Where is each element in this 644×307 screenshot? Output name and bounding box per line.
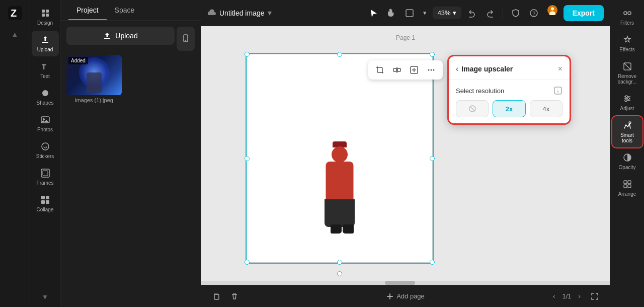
svg-rect-41: [387, 296, 393, 297]
svg-point-23: [551, 7, 554, 10]
bottom-bar: Add page ‹ 1/1 ›: [201, 285, 610, 307]
svg-rect-26: [397, 68, 400, 71]
handle-middle-left[interactable]: [245, 156, 250, 161]
info-icon[interactable]: [553, 86, 562, 95]
svg-rect-3: [46, 10, 49, 13]
sidebar-collapse-up[interactable]: ▲: [10, 28, 21, 40]
sidebar-item-shapes[interactable]: Shapes: [32, 84, 59, 110]
upload-button[interactable]: Upload: [66, 27, 175, 45]
copy-frame-button[interactable]: [209, 289, 223, 303]
expand-canvas-button[interactable]: [588, 289, 602, 303]
next-page-button[interactable]: ›: [576, 289, 584, 303]
svg-rect-11: [41, 169, 49, 177]
handle-middle-right[interactable]: [430, 156, 435, 161]
scrollbar-thumb[interactable]: [385, 281, 415, 285]
document-title: Untitled image: [219, 9, 265, 17]
sidebar-item-stickers[interactable]: Stickers: [32, 137, 59, 163]
zoom-control[interactable]: 43% ▾: [433, 7, 461, 19]
add-page-button[interactable]: Add page: [386, 292, 425, 300]
handle-rotate[interactable]: [337, 271, 342, 276]
handle-bottom-right[interactable]: [430, 260, 435, 265]
handle-top-left[interactable]: [245, 52, 250, 57]
app-logo[interactable]: Z: [6, 4, 24, 22]
app-logo-bar: Z ▲: [0, 0, 30, 307]
page-label: Page 1: [396, 34, 415, 41]
horizontal-scrollbar[interactable]: [201, 281, 610, 285]
svg-point-51: [625, 96, 627, 98]
frame-tool-button[interactable]: [402, 6, 417, 21]
sidebar-item-frames[interactable]: Frames: [32, 164, 59, 190]
sidebar-item-upload[interactable]: Upload: [32, 31, 59, 56]
sidebar-item-photos[interactable]: Photos: [32, 111, 59, 136]
bottom-bar-left: [209, 289, 242, 303]
top-bar-tools: ▾ 43% ▾ ? Export: [366, 5, 604, 21]
title-chevron-icon[interactable]: ▾: [268, 8, 272, 18]
more-options-button[interactable]: [424, 62, 439, 78]
right-panel-adjust[interactable]: Adjust: [612, 90, 642, 115]
crop-button[interactable]: [372, 62, 387, 78]
image-filename: images (1).jpeg: [66, 97, 122, 103]
hand-tool-button[interactable]: [384, 6, 399, 21]
popup-back-button[interactable]: ‹: [456, 63, 461, 74]
sidebar-collapse-down[interactable]: ▼: [40, 291, 51, 303]
resolution-none-button[interactable]: [456, 100, 489, 117]
sidebar-item-collage[interactable]: Collage: [32, 191, 59, 216]
toolbar-strip: [368, 60, 443, 80]
zoom-chevron-icon: ▾: [453, 9, 456, 17]
svg-rect-39: [214, 294, 219, 299]
popup-body: Select resolution 2x 4x: [449, 80, 570, 123]
right-panel-effects[interactable]: Effects: [612, 31, 642, 56]
frame-tool-chevron[interactable]: ▾: [420, 6, 430, 20]
svg-rect-18: [185, 40, 186, 41]
tab-space[interactable]: Space: [107, 0, 143, 20]
right-panel-opacity[interactable]: Opacity: [612, 148, 642, 174]
sidebar-item-design[interactable]: Design: [32, 4, 59, 30]
right-panel-remove-bg[interactable]: Remove backgr...: [612, 57, 642, 89]
resolution-4x-button[interactable]: 4x: [530, 100, 562, 117]
shield-icon-button[interactable]: [508, 6, 523, 21]
redo-button[interactable]: [482, 6, 498, 21]
canvas-frame[interactable]: [247, 54, 433, 263]
popup-title: Image upscaler: [461, 65, 557, 73]
sidebar-tab-bar: Project Space: [60, 0, 201, 21]
right-panel-filters[interactable]: Filters: [612, 4, 642, 30]
flip-button[interactable]: [389, 62, 405, 78]
handle-bottom-left[interactable]: [245, 260, 250, 265]
svg-line-47: [624, 63, 631, 70]
select-tool-button[interactable]: [366, 6, 381, 21]
sidebar-content: Upload Added images (1).jpeg: [60, 21, 201, 307]
user-avatar[interactable]: [544, 5, 560, 21]
added-badge: Added: [68, 57, 88, 64]
svg-rect-25: [393, 68, 396, 71]
prev-page-button[interactable]: ‹: [550, 289, 558, 303]
handle-top-right[interactable]: [430, 52, 435, 57]
bottom-nav: ‹ 1/1 ›: [550, 289, 602, 303]
svg-point-52: [627, 98, 629, 100]
svg-line-38: [470, 107, 474, 111]
export-button[interactable]: Export: [564, 5, 604, 21]
left-sidebar: Project Space Upload Added images (1).jp…: [60, 0, 201, 307]
resolution-options: 2x 4x: [456, 100, 562, 117]
svg-point-9: [43, 118, 45, 120]
mobile-view-button[interactable]: [177, 27, 195, 51]
resolution-2x-button[interactable]: 2x: [493, 100, 525, 117]
canvas-area: Page 1: [201, 26, 610, 285]
undo-button[interactable]: [464, 6, 479, 21]
resize-button[interactable]: [407, 62, 422, 78]
svg-point-54: [629, 122, 631, 124]
svg-rect-4: [42, 14, 45, 17]
popup-close-button[interactable]: ×: [558, 64, 562, 73]
svg-rect-15: [41, 200, 45, 204]
tab-project[interactable]: Project: [68, 0, 107, 20]
handle-bottom-middle[interactable]: [337, 260, 342, 265]
sidebar-item-text[interactable]: T Text: [32, 57, 59, 83]
right-panel-arrange[interactable]: Arrange: [612, 175, 642, 201]
right-panel-smart-tools[interactable]: Smart tools: [612, 116, 642, 147]
handle-top-middle[interactable]: [337, 52, 342, 57]
uploaded-image-item[interactable]: Added images (1).jpeg: [66, 55, 122, 103]
svg-rect-19: [406, 10, 413, 17]
help-button[interactable]: ?: [526, 6, 541, 21]
svg-rect-59: [628, 185, 631, 188]
delete-frame-button[interactable]: [227, 289, 242, 303]
svg-rect-57: [628, 181, 631, 184]
